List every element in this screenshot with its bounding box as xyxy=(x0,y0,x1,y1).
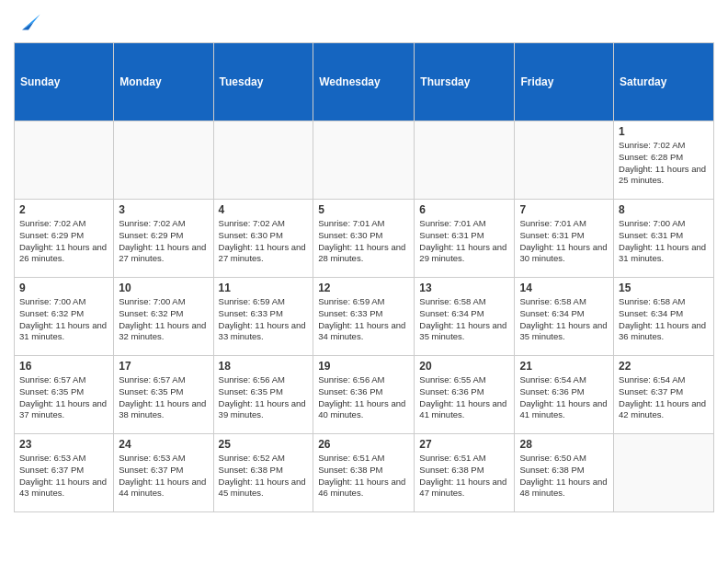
day-info: Sunrise: 7:02 AM Sunset: 6:29 PM Dayligh… xyxy=(119,218,208,265)
calendar-cell: 18Sunrise: 6:56 AM Sunset: 6:35 PM Dayli… xyxy=(213,356,313,434)
calendar-cell xyxy=(415,121,515,200)
day-number: 23 xyxy=(19,438,108,451)
day-number: 28 xyxy=(519,438,609,451)
day-info: Sunrise: 7:00 AM Sunset: 6:32 PM Dayligh… xyxy=(119,296,208,343)
calendar-cell xyxy=(213,121,313,200)
weekday-header-monday: Monday xyxy=(114,43,213,121)
day-info: Sunrise: 6:57 AM Sunset: 6:35 PM Dayligh… xyxy=(19,374,108,421)
calendar-cell: 6Sunrise: 7:01 AM Sunset: 6:31 PM Daylig… xyxy=(415,200,515,278)
page-header xyxy=(14,9,714,35)
calendar-cell: 13Sunrise: 6:58 AM Sunset: 6:34 PM Dayli… xyxy=(415,278,515,356)
day-info: Sunrise: 7:02 AM Sunset: 6:28 PM Dayligh… xyxy=(619,140,709,187)
calendar-week-3: 9Sunrise: 7:00 AM Sunset: 6:32 PM Daylig… xyxy=(15,278,714,356)
calendar-cell xyxy=(515,121,614,200)
day-number: 18 xyxy=(219,360,309,373)
day-info: Sunrise: 6:59 AM Sunset: 6:33 PM Dayligh… xyxy=(219,296,309,343)
day-info: Sunrise: 6:50 AM Sunset: 6:38 PM Dayligh… xyxy=(519,453,609,500)
day-info: Sunrise: 6:56 AM Sunset: 6:36 PM Dayligh… xyxy=(318,374,409,421)
day-info: Sunrise: 6:54 AM Sunset: 6:37 PM Dayligh… xyxy=(619,374,709,421)
day-number: 25 xyxy=(219,438,309,451)
day-number: 22 xyxy=(619,360,709,373)
calendar-cell xyxy=(614,434,714,512)
day-info: Sunrise: 7:00 AM Sunset: 6:31 PM Dayligh… xyxy=(619,218,709,265)
day-number: 9 xyxy=(19,282,108,294)
weekday-header-row: SundayMondayTuesdayWednesdayThursdayFrid… xyxy=(15,43,714,121)
day-info: Sunrise: 7:01 AM Sunset: 6:31 PM Dayligh… xyxy=(419,218,509,265)
day-number: 11 xyxy=(219,282,309,294)
calendar-cell: 8Sunrise: 7:00 AM Sunset: 6:31 PM Daylig… xyxy=(614,200,714,278)
calendar-cell: 27Sunrise: 6:51 AM Sunset: 6:38 PM Dayli… xyxy=(415,434,515,512)
calendar-cell: 14Sunrise: 6:58 AM Sunset: 6:34 PM Dayli… xyxy=(515,278,614,356)
calendar-cell: 3Sunrise: 7:02 AM Sunset: 6:29 PM Daylig… xyxy=(114,200,213,278)
day-number: 15 xyxy=(619,282,709,294)
day-number: 7 xyxy=(519,203,609,216)
calendar-cell: 10Sunrise: 7:00 AM Sunset: 6:32 PM Dayli… xyxy=(114,278,213,356)
day-info: Sunrise: 7:02 AM Sunset: 6:29 PM Dayligh… xyxy=(19,218,108,265)
weekday-header-friday: Friday xyxy=(515,43,614,121)
day-info: Sunrise: 6:53 AM Sunset: 6:37 PM Dayligh… xyxy=(119,453,208,500)
day-number: 1 xyxy=(619,125,709,138)
day-number: 8 xyxy=(619,203,709,216)
calendar-week-4: 16Sunrise: 6:57 AM Sunset: 6:35 PM Dayli… xyxy=(15,356,714,434)
day-info: Sunrise: 6:57 AM Sunset: 6:35 PM Dayligh… xyxy=(119,374,208,421)
day-number: 3 xyxy=(119,203,208,216)
calendar-cell: 9Sunrise: 7:00 AM Sunset: 6:32 PM Daylig… xyxy=(15,278,114,356)
calendar-week-2: 2Sunrise: 7:02 AM Sunset: 6:29 PM Daylig… xyxy=(15,200,714,278)
calendar-cell: 4Sunrise: 7:02 AM Sunset: 6:30 PM Daylig… xyxy=(213,200,313,278)
calendar-cell: 23Sunrise: 6:53 AM Sunset: 6:37 PM Dayli… xyxy=(15,434,114,512)
weekday-header-thursday: Thursday xyxy=(415,43,515,121)
day-info: Sunrise: 6:54 AM Sunset: 6:36 PM Dayligh… xyxy=(519,374,609,421)
weekday-header-tuesday: Tuesday xyxy=(213,43,313,121)
day-info: Sunrise: 6:53 AM Sunset: 6:37 PM Dayligh… xyxy=(19,453,108,500)
day-info: Sunrise: 7:02 AM Sunset: 6:30 PM Dayligh… xyxy=(219,218,309,265)
weekday-header-sunday: Sunday xyxy=(15,43,114,121)
calendar-cell: 2Sunrise: 7:02 AM Sunset: 6:29 PM Daylig… xyxy=(15,200,114,278)
calendar-cell: 21Sunrise: 6:54 AM Sunset: 6:36 PM Dayli… xyxy=(515,356,614,434)
calendar-table: SundayMondayTuesdayWednesdayThursdayFrid… xyxy=(14,42,714,512)
calendar-cell: 11Sunrise: 6:59 AM Sunset: 6:33 PM Dayli… xyxy=(213,278,313,356)
day-number: 24 xyxy=(119,438,208,451)
calendar-cell: 5Sunrise: 7:01 AM Sunset: 6:30 PM Daylig… xyxy=(313,200,415,278)
day-info: Sunrise: 6:51 AM Sunset: 6:38 PM Dayligh… xyxy=(419,453,509,500)
day-number: 13 xyxy=(419,282,509,294)
calendar-cell: 16Sunrise: 6:57 AM Sunset: 6:35 PM Dayli… xyxy=(15,356,114,434)
day-info: Sunrise: 6:56 AM Sunset: 6:35 PM Dayligh… xyxy=(219,374,309,421)
day-info: Sunrise: 6:52 AM Sunset: 6:38 PM Dayligh… xyxy=(219,453,309,500)
calendar-cell: 15Sunrise: 6:58 AM Sunset: 6:34 PM Dayli… xyxy=(614,278,714,356)
svg-marker-0 xyxy=(22,15,40,30)
day-info: Sunrise: 7:01 AM Sunset: 6:31 PM Dayligh… xyxy=(519,218,609,265)
calendar-cell xyxy=(15,121,114,200)
calendar-cell: 17Sunrise: 6:57 AM Sunset: 6:35 PM Dayli… xyxy=(114,356,213,434)
calendar-cell: 26Sunrise: 6:51 AM Sunset: 6:38 PM Dayli… xyxy=(313,434,415,512)
calendar-cell: 22Sunrise: 6:54 AM Sunset: 6:37 PM Dayli… xyxy=(614,356,714,434)
calendar-cell xyxy=(114,121,213,200)
day-info: Sunrise: 6:55 AM Sunset: 6:36 PM Dayligh… xyxy=(419,374,509,421)
day-info: Sunrise: 6:59 AM Sunset: 6:33 PM Dayligh… xyxy=(318,296,409,343)
day-number: 12 xyxy=(318,282,409,294)
day-number: 5 xyxy=(318,203,409,216)
day-info: Sunrise: 7:00 AM Sunset: 6:32 PM Dayligh… xyxy=(19,296,108,343)
page-container: SundayMondayTuesdayWednesdayThursdayFrid… xyxy=(0,0,728,522)
day-info: Sunrise: 6:58 AM Sunset: 6:34 PM Dayligh… xyxy=(419,296,509,343)
day-number: 20 xyxy=(419,360,509,373)
day-info: Sunrise: 6:58 AM Sunset: 6:34 PM Dayligh… xyxy=(619,296,709,343)
weekday-header-wednesday: Wednesday xyxy=(313,43,415,121)
day-number: 26 xyxy=(318,438,409,451)
calendar-cell: 28Sunrise: 6:50 AM Sunset: 6:38 PM Dayli… xyxy=(515,434,614,512)
logo-icon xyxy=(16,9,41,35)
day-number: 17 xyxy=(119,360,208,373)
day-number: 14 xyxy=(519,282,609,294)
day-number: 4 xyxy=(219,203,309,216)
logo xyxy=(14,9,41,35)
day-info: Sunrise: 6:51 AM Sunset: 6:38 PM Dayligh… xyxy=(318,453,409,500)
calendar-cell xyxy=(313,121,415,200)
calendar-week-1: 1Sunrise: 7:02 AM Sunset: 6:28 PM Daylig… xyxy=(15,121,714,200)
day-number: 27 xyxy=(419,438,509,451)
day-number: 21 xyxy=(519,360,609,373)
day-number: 2 xyxy=(19,203,108,216)
day-info: Sunrise: 6:58 AM Sunset: 6:34 PM Dayligh… xyxy=(519,296,609,343)
calendar-week-5: 23Sunrise: 6:53 AM Sunset: 6:37 PM Dayli… xyxy=(15,434,714,512)
calendar-cell: 24Sunrise: 6:53 AM Sunset: 6:37 PM Dayli… xyxy=(114,434,213,512)
day-number: 6 xyxy=(419,203,509,216)
svg-marker-1 xyxy=(22,22,34,29)
